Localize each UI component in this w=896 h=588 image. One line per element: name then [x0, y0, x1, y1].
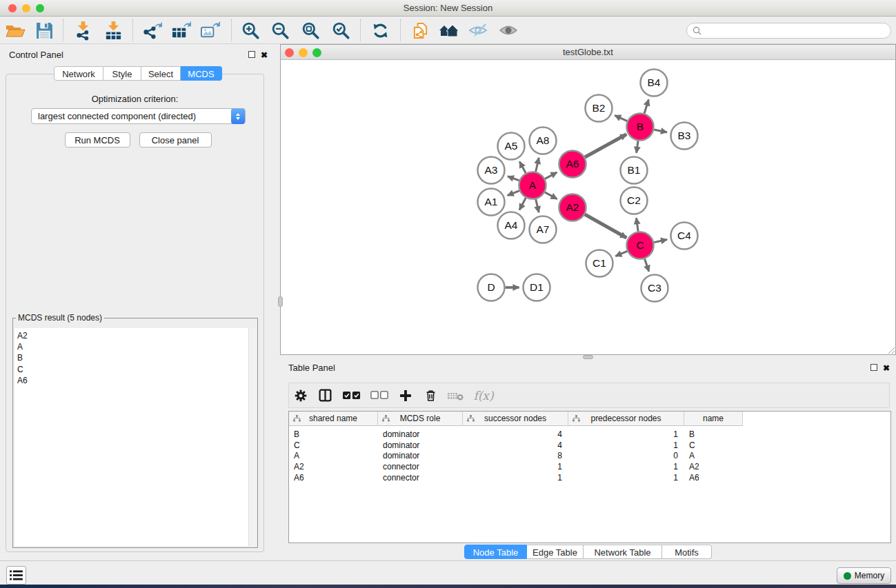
list-icon [10, 570, 23, 580]
select-stepper-icon [231, 108, 245, 124]
resize-corner-icon[interactable] [887, 346, 895, 354]
edge-A-A3[interactable] [508, 176, 519, 181]
open-session-icon[interactable] [1, 19, 30, 42]
horizontal-splitter-handle[interactable] [583, 355, 593, 359]
deselect-all-icon[interactable] [366, 385, 393, 406]
tab-node-table[interactable]: Node Table [464, 545, 527, 559]
hide-eye-icon[interactable] [463, 19, 493, 42]
cell-shared-name: B [289, 429, 378, 439]
cell-name: A2 [684, 462, 743, 472]
table-row-B[interactable]: Bdominator41B [289, 429, 890, 440]
edge-C-C1[interactable] [615, 251, 627, 256]
cell-MCDS-role: connector [378, 462, 463, 472]
add-column-icon[interactable] [393, 385, 417, 406]
cell-shared-name: A [289, 451, 378, 460]
tab-network-table[interactable]: Network Table [584, 545, 662, 559]
cell-shared-name: A2 [289, 462, 378, 472]
table-row-A6[interactable]: A6connector11A6 [289, 472, 890, 483]
home-icon[interactable] [435, 19, 463, 42]
edge-A-A8[interactable] [536, 158, 539, 172]
table-row-C[interactable]: Cdominator41C [289, 440, 890, 451]
close-panel-button[interactable]: Close panel [139, 132, 212, 148]
maximize-window-button[interactable] [36, 4, 44, 12]
tab-network[interactable]: Network [54, 66, 103, 81]
cell-predecessor-nodes: 1 [568, 440, 684, 450]
close-window-button[interactable] [8, 4, 17, 12]
control-panel-tabs: NetworkStyleSelectMCDS [54, 66, 222, 81]
result-item-A2[interactable]: A2 [14, 330, 256, 341]
delete-column-icon[interactable] [417, 385, 444, 406]
edge-B-B4[interactable] [644, 99, 648, 113]
result-item-A[interactable]: A [14, 341, 256, 352]
tab-style[interactable]: Style [103, 66, 141, 81]
refresh-icon[interactable] [365, 19, 395, 42]
table-row-A[interactable]: Adominator80A [289, 451, 890, 462]
edge-A-A1[interactable] [508, 191, 519, 196]
table-close-icon[interactable]: ✖ [883, 364, 890, 372]
delete-table-icon[interactable] [444, 385, 468, 406]
graph-node-label-B2: B2 [593, 102, 606, 114]
column-header-shared-name[interactable]: shared name [289, 412, 378, 426]
table-float-icon[interactable] [870, 364, 877, 371]
float-panel-icon[interactable] [248, 51, 255, 58]
edge-C-C2[interactable] [636, 218, 638, 231]
memory-button[interactable]: Memory [837, 567, 891, 584]
edge-C-C3[interactable] [645, 258, 649, 271]
zoom-selected-icon[interactable] [326, 19, 356, 42]
zoom-fit-icon[interactable] [295, 19, 326, 42]
net-close-button[interactable] [285, 48, 294, 57]
result-item-B[interactable]: B [14, 352, 256, 363]
criterion-select[interactable]: largest connected component (directed) [31, 108, 246, 124]
tab-mcds[interactable]: MCDS [181, 66, 222, 81]
import-table-icon[interactable] [98, 19, 128, 42]
edge-A2-C[interactable] [585, 214, 627, 238]
edge-A-A5[interactable] [519, 161, 526, 173]
export-table-icon[interactable] [166, 19, 195, 42]
split-columns-icon[interactable] [312, 385, 338, 406]
edge-A6-B[interactable] [585, 134, 626, 157]
gear-icon[interactable] [289, 385, 312, 406]
result-item-A6[interactable]: A6 [14, 375, 256, 386]
edge-A-A6[interactable] [545, 172, 557, 179]
vertical-splitter-handle[interactable] [278, 296, 283, 307]
close-panel-icon[interactable]: ✖ [261, 51, 268, 59]
graph-node-label-D: D [487, 281, 495, 293]
graph-node-label-C4: C4 [677, 230, 691, 241]
import-network-icon[interactable] [68, 19, 98, 42]
run-mcds-button[interactable]: Run MCDS [65, 132, 130, 148]
result-item-C[interactable]: C [14, 364, 256, 375]
zoom-out-icon[interactable] [265, 19, 295, 42]
search-input[interactable] [686, 23, 891, 39]
column-header-predecessor-nodes[interactable]: predecessor nodes [568, 412, 684, 426]
edge-B-B2[interactable] [615, 115, 627, 121]
cell-MCDS-role: connector [378, 473, 463, 483]
table-row-A2[interactable]: A2connector11A2 [289, 461, 890, 472]
net-minimize-button[interactable] [299, 48, 308, 57]
select-all-icon[interactable] [338, 385, 366, 406]
function-builder-icon[interactable]: f(x) [468, 385, 499, 406]
task-list-button[interactable] [6, 566, 26, 585]
export-network-icon[interactable] [137, 19, 166, 42]
column-header-name[interactable]: name [684, 412, 743, 426]
duplicate-network-icon[interactable] [405, 19, 435, 42]
zoom-in-icon[interactable] [236, 19, 265, 42]
edge-A-A7[interactable] [536, 199, 539, 212]
export-image-icon[interactable] [195, 19, 224, 42]
column-header-successor-nodes[interactable]: successor nodes [463, 412, 568, 426]
net-maximize-button[interactable] [312, 48, 321, 57]
tab-edge-table[interactable]: Edge Table [527, 545, 584, 559]
network-canvas[interactable]: B4B2BB3A5A8A6A3B1AA1C2A2A4A7CC4C1C3DD1 [281, 60, 895, 354]
result-scrollbar[interactable] [248, 328, 256, 546]
edge-A-A2[interactable] [545, 192, 557, 199]
column-header-MCDS-role[interactable]: MCDS role [378, 412, 463, 426]
edge-B-B3[interactable] [654, 130, 667, 132]
tab-select[interactable]: Select [141, 66, 181, 81]
minimize-window-button[interactable] [22, 4, 30, 12]
search-icon [693, 26, 701, 35]
tab-motifs[interactable]: Motifs [662, 545, 712, 559]
edge-B-B1[interactable] [637, 141, 638, 152]
edge-A-A4[interactable] [519, 198, 526, 210]
save-session-icon[interactable] [30, 19, 59, 42]
show-eye-icon[interactable] [493, 19, 524, 42]
edge-C-C4[interactable] [654, 239, 667, 242]
